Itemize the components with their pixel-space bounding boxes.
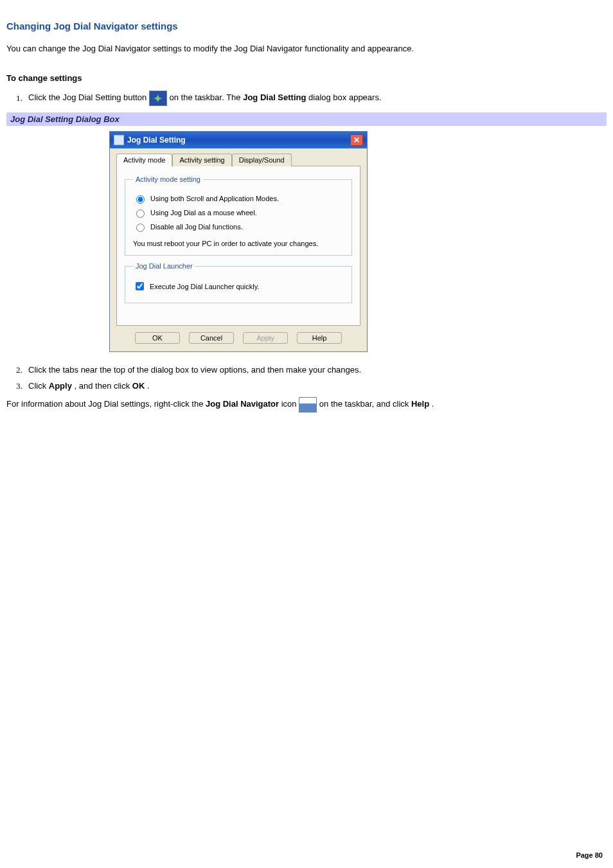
- step-3: Click Apply , and then click OK .: [24, 381, 607, 391]
- dialog-title: Jog Dial Setting: [127, 136, 186, 145]
- checkbox-execute-quickly[interactable]: Execute Jog Dial Launcher quickly.: [133, 280, 344, 292]
- tab-pane-activity-mode: Activity mode setting Using both Scroll …: [116, 166, 360, 326]
- dialog-titlebar: Jog Dial Setting ✕: [110, 132, 367, 148]
- step-3-ok: OK: [132, 381, 145, 391]
- step-3-e: .: [147, 381, 150, 391]
- radio-label-both: Using both Scroll and Application Modes.: [150, 195, 279, 202]
- jog-dial-setting-dialog: Jog Dial Setting ✕ Activity mode Activit…: [109, 131, 368, 352]
- footer-a: For information about Jog Dial settings,…: [6, 400, 206, 409]
- radio-input-both[interactable]: [136, 195, 145, 204]
- step-1: Click the Jog Dial Setting button ✦ on t…: [24, 91, 607, 106]
- radio-disable[interactable]: Disable all Jog Dial functions.: [133, 222, 344, 232]
- step-3-apply: Apply: [49, 381, 72, 391]
- dialog-figure: Jog Dial Setting ✕ Activity mode Activit…: [109, 131, 607, 352]
- launcher-group: Jog Dial Launcher Execute Jog Dial Launc…: [125, 262, 352, 303]
- window-icon: [114, 135, 124, 145]
- tab-activity-mode[interactable]: Activity mode: [116, 154, 172, 166]
- steps-list: Click the Jog Dial Setting button ✦ on t…: [24, 91, 607, 106]
- tab-activity-setting[interactable]: Activity setting: [172, 154, 231, 166]
- footer-c: icon: [281, 400, 299, 409]
- close-icon[interactable]: ✕: [350, 134, 363, 146]
- cancel-button[interactable]: Cancel: [189, 332, 234, 344]
- footer-b: Jog Dial Navigator: [206, 400, 279, 409]
- intro-text: You can change the Jog Dial Navigator se…: [6, 43, 607, 55]
- jog-dial-navigator-icon: [299, 397, 317, 412]
- step-1-text-a: Click the Jog Dial Setting button: [28, 93, 149, 103]
- tab-display-sound[interactable]: Display/Sound: [232, 154, 292, 166]
- footer-note: For information about Jog Dial settings,…: [6, 397, 607, 412]
- page-title: Changing Jog Dial Navigator settings: [6, 21, 607, 31]
- step-3-a: Click: [28, 381, 49, 391]
- activity-mode-group: Activity mode setting Using both Scroll …: [125, 175, 352, 256]
- step-1-text-d: dialog box appears.: [308, 93, 381, 103]
- jog-dial-setting-button-icon: ✦: [149, 91, 167, 106]
- apply-button: Apply: [243, 332, 288, 344]
- help-button[interactable]: Help: [297, 332, 342, 344]
- radio-input-disable[interactable]: [136, 224, 145, 232]
- radio-label-wheel: Using Jog Dial as a mouse wheel.: [150, 209, 257, 217]
- footer-f: .: [432, 400, 434, 409]
- activity-mode-legend: Activity mode setting: [133, 175, 203, 183]
- procedure-heading: To change settings: [6, 73, 607, 84]
- step-1-text-b: on the taskbar. The: [170, 93, 244, 103]
- steps-list-2: Click the tabs near the top of the dialo…: [24, 365, 607, 391]
- reboot-note: You must reboot your PC in order to acti…: [133, 240, 344, 247]
- footer-e: Help: [411, 400, 429, 409]
- dialog-buttons: OK Cancel Apply Help: [116, 326, 360, 345]
- checkbox-input[interactable]: [136, 282, 144, 290]
- radio-mouse-wheel[interactable]: Using Jog Dial as a mouse wheel.: [133, 208, 344, 218]
- radio-both-modes[interactable]: Using both Scroll and Application Modes.: [133, 193, 344, 204]
- step-2: Click the tabs near the top of the dialo…: [24, 365, 607, 375]
- figure-caption: Jog Dial Setting Dialog Box: [6, 112, 607, 126]
- ok-button[interactable]: OK: [135, 332, 180, 344]
- tab-row: Activity mode Activity setting Display/S…: [116, 154, 360, 166]
- launcher-legend: Jog Dial Launcher: [133, 262, 195, 270]
- step-1-bold: Jog Dial Setting: [243, 93, 306, 103]
- step-3-c: , and then click: [75, 381, 132, 391]
- radio-label-disable: Disable all Jog Dial functions.: [150, 223, 243, 231]
- checkbox-label: Execute Jog Dial Launcher quickly.: [150, 283, 259, 290]
- footer-d: on the taskbar, and click: [319, 400, 411, 409]
- radio-input-wheel[interactable]: [136, 209, 145, 218]
